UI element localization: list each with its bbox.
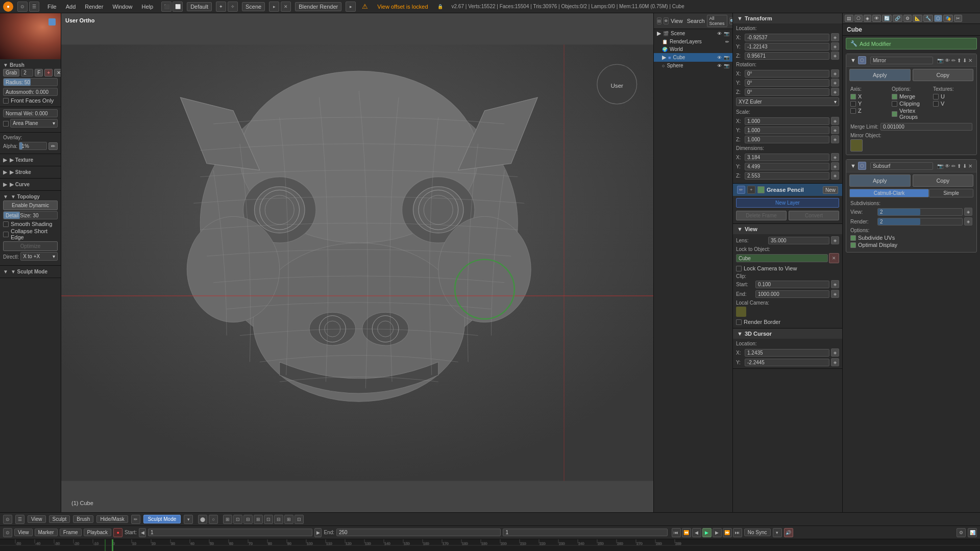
- scale-y-field[interactable]: 1.000: [745, 127, 829, 134]
- bt-pencil-icon[interactable]: ✏: [131, 515, 140, 524]
- cursor-y-copy-btn[interactable]: ◈: [831, 358, 839, 366]
- autosmooth-slider[interactable]: Autosmooth: 0.000: [3, 88, 58, 96]
- axis-y-row[interactable]: Y: [850, 101, 890, 107]
- subsurf-render-icon[interactable]: 📷: [937, 163, 943, 169]
- subdivide-uvs-row[interactable]: Subdivide UVs: [850, 235, 972, 241]
- brush-flag-btn[interactable]: F: [35, 69, 43, 77]
- tl-next-frame-btn[interactable]: ▶: [713, 528, 722, 537]
- rot-z-copy-btn[interactable]: ◈: [831, 88, 839, 96]
- mode-icon2[interactable]: ✧: [228, 2, 238, 12]
- bt-arrow-icon[interactable]: ▾: [184, 515, 193, 524]
- brush-close-btn[interactable]: ✕: [54, 69, 61, 77]
- subsurf-render-copy-btn[interactable]: ◈: [964, 217, 972, 226]
- mod-toolbar-icon5[interactable]: 🔄: [882, 15, 892, 22]
- cursor-x-field[interactable]: 1.2435: [745, 349, 829, 357]
- local-camera-preview[interactable]: [736, 307, 746, 317]
- sphere-render-icon[interactable]: 📷: [724, 63, 729, 68]
- loc-x-field[interactable]: -0.92537: [745, 34, 829, 41]
- mirror-copy-btn[interactable]: Copy: [913, 69, 974, 81]
- rot-y-copy-btn[interactable]: ◈: [831, 79, 839, 87]
- lock-camera-checkbox[interactable]: [736, 266, 742, 271]
- bt-grid6-icon[interactable]: ⊟: [274, 515, 283, 524]
- sphere-visibility-icon[interactable]: 👁: [717, 63, 722, 68]
- loc-y-field[interactable]: -1.22143: [745, 43, 829, 51]
- tl-start-field[interactable]: 1: [148, 529, 312, 536]
- mod-toolbar-icon3[interactable]: ◈: [864, 15, 871, 22]
- grab-value-field[interactable]: 2: [21, 69, 33, 77]
- tl-prev-frame-btn[interactable]: ◀: [692, 528, 701, 537]
- tl-icon1[interactable]: ⊙: [3, 528, 12, 537]
- tex-v-row[interactable]: V: [933, 101, 972, 107]
- area-plane-checkbox[interactable]: [3, 121, 9, 127]
- gp-icon1[interactable]: ✏: [737, 186, 745, 194]
- add-modifier-button[interactable]: 🔧 Add Modifier: [846, 38, 977, 49]
- outliner-item-renderlayers[interactable]: 📋 RenderLayers ✏: [654, 38, 732, 45]
- tex-u-checkbox[interactable]: [933, 94, 939, 99]
- viewport-3d[interactable]: User User Ortho (1) Cube: [61, 13, 653, 512]
- loc-z-copy-btn[interactable]: ◈: [831, 52, 839, 60]
- clip-start-field[interactable]: 0.100: [755, 281, 829, 288]
- tl-start-prev-btn[interactable]: ◀: [139, 528, 146, 537]
- view-header[interactable]: ▼ View: [733, 224, 842, 234]
- bt-grid4-icon[interactable]: ⊞: [254, 515, 263, 524]
- context-icon-2[interactable]: ☰: [29, 2, 39, 12]
- axis-z-checkbox[interactable]: [850, 108, 856, 114]
- mirror-expand2-icon[interactable]: ⬆: [957, 58, 961, 63]
- tl-next-btn[interactable]: ⏩: [723, 528, 732, 537]
- tl-audio-icon[interactable]: 🔊: [784, 528, 793, 537]
- subsurf-expand2-icon[interactable]: ⬆: [957, 163, 961, 169]
- cursor-header[interactable]: ▼ 3D Cursor: [733, 329, 842, 339]
- render-border-row[interactable]: Render Border: [736, 319, 839, 325]
- timeline-track[interactable]: -50 -40 -30 -20 -10 0 10 20 30 40 50 60 …: [0, 539, 980, 551]
- outliner-icon1[interactable]: ⊟: [657, 17, 662, 24]
- topology-header[interactable]: ▼ ▼ Topology: [3, 193, 58, 201]
- scale-y-copy-btn[interactable]: ◈: [831, 126, 839, 134]
- mirror-object-preview[interactable]: [850, 139, 863, 152]
- render-border-checkbox[interactable]: [736, 319, 742, 325]
- mod-toolbar-icon1[interactable]: ▤: [845, 15, 853, 22]
- cursor-y-field[interactable]: -2.2445: [745, 359, 829, 366]
- tl-current-frame-field[interactable]: 1: [503, 529, 667, 536]
- bt-grid5-icon[interactable]: ⊡: [264, 515, 273, 524]
- curve-header[interactable]: ▶ ▶ Curve: [3, 181, 58, 188]
- scene-all-select[interactable]: All Scenes: [707, 15, 727, 27]
- transform-header[interactable]: ▼ Transform: [733, 13, 842, 23]
- mirror-view-icon[interactable]: 👁: [945, 58, 950, 63]
- tl-settings2-icon[interactable]: 📊: [968, 528, 977, 537]
- menu-render[interactable]: Render: [81, 3, 107, 11]
- clip-start-copy-btn[interactable]: ◈: [831, 280, 839, 288]
- tl-sync-arrow-icon[interactable]: ▾: [773, 528, 782, 537]
- scene-icon2[interactable]: ✕: [281, 2, 291, 12]
- subsurf-edit-icon[interactable]: ✏: [951, 163, 955, 169]
- rot-y-field[interactable]: 0°: [745, 79, 829, 87]
- dim-x-field[interactable]: 3.184: [745, 154, 829, 161]
- axis-x-row[interactable]: X: [850, 93, 890, 99]
- dim-z-field[interactable]: 2.553: [745, 172, 829, 180]
- subdivide-uvs-checkbox[interactable]: [850, 235, 856, 241]
- cube-render-icon[interactable]: 📷: [724, 55, 729, 60]
- lock-obj-field[interactable]: Cube: [736, 254, 828, 262]
- tl-playback-btn[interactable]: Playback: [84, 529, 112, 536]
- scale-z-copy-btn[interactable]: ◈: [831, 135, 839, 143]
- brush-preview[interactable]: [0, 13, 61, 59]
- tl-end-field[interactable]: 250: [336, 529, 501, 536]
- bt-icon1[interactable]: ⊙: [3, 515, 12, 524]
- subsurf-view-slider[interactable]: 2: [877, 208, 963, 216]
- subsurf-view-icon[interactable]: 👁: [945, 163, 950, 169]
- tex-v-checkbox[interactable]: [933, 101, 939, 107]
- gp-convert-btn[interactable]: Convert: [789, 211, 839, 220]
- loc-z-field[interactable]: 0.95671: [745, 52, 829, 60]
- optimal-display-checkbox[interactable]: [850, 242, 856, 248]
- scale-z-field[interactable]: 1.000: [745, 136, 829, 143]
- catmull-clark-tab[interactable]: Catmull-Clark: [849, 189, 929, 197]
- mirror-name-field[interactable]: Mirror: [870, 57, 933, 64]
- direction-dropdown[interactable]: X to +X ▾: [20, 252, 58, 261]
- scale-x-field[interactable]: 1.000: [745, 117, 829, 125]
- clipping-row[interactable]: Clipping: [892, 101, 931, 107]
- render-mode-selector[interactable]: Default: [187, 2, 212, 11]
- sculpt-menu-btn[interactable]: Sculpt: [49, 515, 70, 523]
- loc-y-copy-btn[interactable]: ◈: [831, 42, 839, 51]
- bt-shade1-icon[interactable]: ⬤: [198, 515, 207, 524]
- subsurf-render-slider[interactable]: 2: [877, 218, 963, 226]
- menu-add[interactable]: Add: [62, 3, 80, 11]
